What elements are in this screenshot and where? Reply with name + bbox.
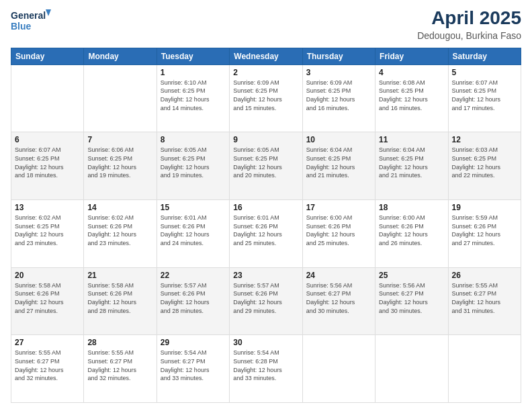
day-info: Sunrise: 5:56 AM Sunset: 6:27 PM Dayligh… [379, 281, 444, 315]
day-info: Sunrise: 6:02 AM Sunset: 6:25 PM Dayligh… [15, 214, 80, 247]
day-number: 18 [379, 203, 444, 212]
day-info: Sunrise: 5:54 AM Sunset: 6:28 PM Dayligh… [233, 349, 298, 382]
calendar-week-row: 6Sunrise: 6:07 AM Sunset: 6:25 PM Daylig… [11, 132, 521, 200]
calendar-cell: 9Sunrise: 6:05 AM Sunset: 6:25 PM Daylig… [230, 132, 302, 200]
calendar-cell [375, 335, 448, 403]
day-info: Sunrise: 6:01 AM Sunset: 6:26 PM Dayligh… [233, 214, 298, 247]
calendar-cell: 22Sunrise: 5:57 AM Sunset: 6:26 PM Dayli… [157, 267, 229, 335]
page: General Blue April 2025 Dedougou, Burkin… [0, 0, 532, 411]
day-info: Sunrise: 6:03 AM Sunset: 6:25 PM Dayligh… [452, 146, 517, 179]
calendar-cell: 26Sunrise: 5:55 AM Sunset: 6:27 PM Dayli… [448, 267, 521, 335]
day-number: 13 [15, 203, 80, 212]
svg-text:Blue: Blue [11, 21, 32, 32]
header-tuesday: Tuesday [157, 48, 229, 64]
calendar-cell: 3Sunrise: 6:09 AM Sunset: 6:25 PM Daylig… [302, 64, 375, 132]
day-info: Sunrise: 6:09 AM Sunset: 6:25 PM Dayligh… [233, 79, 298, 112]
calendar-cell: 20Sunrise: 5:58 AM Sunset: 6:26 PM Dayli… [11, 267, 84, 335]
header-sunday: Sunday [11, 48, 84, 64]
day-info: Sunrise: 5:57 AM Sunset: 6:26 PM Dayligh… [233, 281, 298, 315]
calendar-week-row: 1Sunrise: 6:10 AM Sunset: 6:25 PM Daylig… [11, 64, 521, 132]
day-info: Sunrise: 5:55 AM Sunset: 6:27 PM Dayligh… [15, 349, 80, 382]
calendar-cell: 2Sunrise: 6:09 AM Sunset: 6:25 PM Daylig… [230, 64, 302, 132]
day-number: 7 [87, 135, 152, 144]
day-number: 3 [306, 68, 371, 77]
logo: General Blue [11, 8, 51, 35]
calendar-cell: 5Sunrise: 6:07 AM Sunset: 6:25 PM Daylig… [448, 64, 521, 132]
day-number: 17 [306, 203, 371, 212]
calendar-cell: 8Sunrise: 6:05 AM Sunset: 6:25 PM Daylig… [157, 132, 229, 200]
day-number: 14 [87, 203, 152, 212]
calendar-cell: 4Sunrise: 6:08 AM Sunset: 6:25 PM Daylig… [375, 64, 448, 132]
calendar-cell: 10Sunrise: 6:04 AM Sunset: 6:25 PM Dayli… [302, 132, 375, 200]
day-number: 25 [379, 271, 444, 280]
calendar-cell: 12Sunrise: 6:03 AM Sunset: 6:25 PM Dayli… [448, 132, 521, 200]
calendar-week-row: 20Sunrise: 5:58 AM Sunset: 6:26 PM Dayli… [11, 267, 521, 335]
calendar-cell: 19Sunrise: 5:59 AM Sunset: 6:26 PM Dayli… [448, 200, 521, 268]
svg-marker-2 [46, 9, 51, 16]
day-number: 6 [15, 135, 80, 144]
day-info: Sunrise: 6:04 AM Sunset: 6:25 PM Dayligh… [379, 146, 444, 179]
day-number: 4 [379, 68, 444, 77]
day-number: 9 [233, 135, 298, 144]
day-info: Sunrise: 5:56 AM Sunset: 6:27 PM Dayligh… [306, 281, 371, 315]
calendar-cell: 1Sunrise: 6:10 AM Sunset: 6:25 PM Daylig… [157, 64, 229, 132]
day-number: 22 [161, 271, 226, 280]
calendar-cell: 18Sunrise: 6:00 AM Sunset: 6:26 PM Dayli… [375, 200, 448, 268]
location: Dedougou, Burkina Faso [417, 30, 521, 41]
calendar-cell: 24Sunrise: 5:56 AM Sunset: 6:27 PM Dayli… [302, 267, 375, 335]
calendar-cell: 17Sunrise: 6:00 AM Sunset: 6:26 PM Dayli… [302, 200, 375, 268]
day-number: 29 [161, 338, 226, 347]
header-monday: Monday [84, 48, 157, 64]
day-number: 10 [306, 135, 371, 144]
calendar-cell: 14Sunrise: 6:02 AM Sunset: 6:26 PM Dayli… [84, 200, 157, 268]
day-number: 23 [233, 271, 298, 280]
header: General Blue April 2025 Dedougou, Burkin… [11, 8, 521, 41]
day-info: Sunrise: 6:00 AM Sunset: 6:26 PM Dayligh… [379, 214, 444, 247]
calendar-cell: 21Sunrise: 5:58 AM Sunset: 6:26 PM Dayli… [84, 267, 157, 335]
day-info: Sunrise: 6:06 AM Sunset: 6:25 PM Dayligh… [87, 146, 152, 179]
calendar-cell [302, 335, 375, 403]
calendar-cell: 25Sunrise: 5:56 AM Sunset: 6:27 PM Dayli… [375, 267, 448, 335]
calendar-cell: 28Sunrise: 5:55 AM Sunset: 6:27 PM Dayli… [84, 335, 157, 403]
month-title: April 2025 [417, 8, 521, 29]
day-info: Sunrise: 6:07 AM Sunset: 6:25 PM Dayligh… [15, 146, 80, 179]
day-number: 27 [15, 338, 80, 347]
day-number: 30 [233, 338, 298, 347]
calendar-cell: 16Sunrise: 6:01 AM Sunset: 6:26 PM Dayli… [230, 200, 302, 268]
header-saturday: Saturday [448, 48, 521, 64]
day-number: 21 [87, 271, 152, 280]
day-number: 24 [306, 271, 371, 280]
day-info: Sunrise: 6:05 AM Sunset: 6:25 PM Dayligh… [161, 146, 226, 179]
day-info: Sunrise: 6:01 AM Sunset: 6:26 PM Dayligh… [161, 214, 226, 247]
calendar-cell: 30Sunrise: 5:54 AM Sunset: 6:28 PM Dayli… [230, 335, 302, 403]
day-number: 15 [161, 203, 226, 212]
header-friday: Friday [375, 48, 448, 64]
calendar-cell: 29Sunrise: 5:54 AM Sunset: 6:27 PM Dayli… [157, 335, 229, 403]
svg-text:General: General [11, 10, 46, 21]
day-number: 26 [452, 271, 517, 280]
day-number: 11 [379, 135, 444, 144]
day-info: Sunrise: 6:05 AM Sunset: 6:25 PM Dayligh… [233, 146, 298, 179]
day-info: Sunrise: 6:07 AM Sunset: 6:25 PM Dayligh… [452, 79, 517, 112]
day-number: 2 [233, 68, 298, 77]
calendar-cell: 11Sunrise: 6:04 AM Sunset: 6:25 PM Dayli… [375, 132, 448, 200]
day-info: Sunrise: 5:54 AM Sunset: 6:27 PM Dayligh… [161, 349, 226, 382]
day-number: 5 [452, 68, 517, 77]
day-number: 20 [15, 271, 80, 280]
calendar-cell: 13Sunrise: 6:02 AM Sunset: 6:25 PM Dayli… [11, 200, 84, 268]
day-number: 8 [161, 135, 226, 144]
calendar-week-row: 13Sunrise: 6:02 AM Sunset: 6:25 PM Dayli… [11, 200, 521, 268]
day-info: Sunrise: 6:08 AM Sunset: 6:25 PM Dayligh… [379, 79, 444, 112]
calendar-cell: 15Sunrise: 6:01 AM Sunset: 6:26 PM Dayli… [157, 200, 229, 268]
day-info: Sunrise: 5:55 AM Sunset: 6:27 PM Dayligh… [87, 349, 152, 382]
day-info: Sunrise: 6:10 AM Sunset: 6:25 PM Dayligh… [161, 79, 226, 112]
logo-svg: General Blue [11, 8, 51, 35]
day-info: Sunrise: 5:57 AM Sunset: 6:26 PM Dayligh… [161, 281, 226, 315]
calendar-cell: 27Sunrise: 5:55 AM Sunset: 6:27 PM Dayli… [11, 335, 84, 403]
day-number: 12 [452, 135, 517, 144]
day-info: Sunrise: 6:04 AM Sunset: 6:25 PM Dayligh… [306, 146, 371, 179]
day-number: 19 [452, 203, 517, 212]
calendar-cell [448, 335, 521, 403]
day-info: Sunrise: 5:55 AM Sunset: 6:27 PM Dayligh… [452, 281, 517, 315]
day-number: 16 [233, 203, 298, 212]
